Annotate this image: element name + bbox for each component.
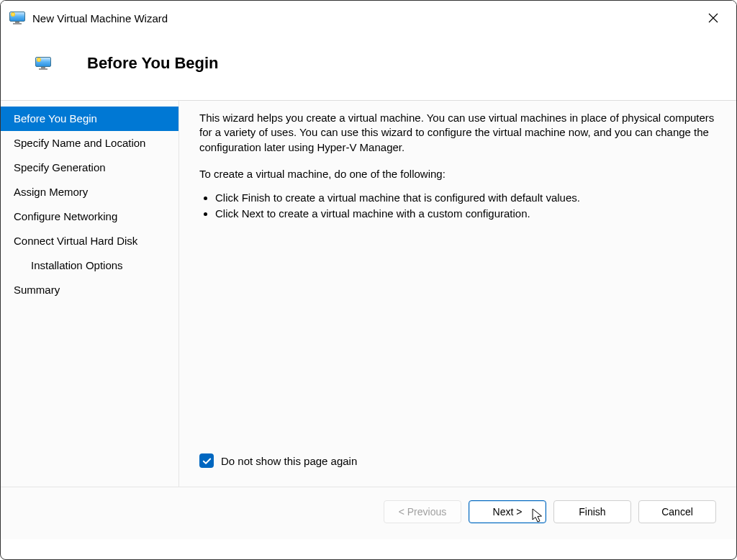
main-panel: This wizard helps you create a virtual m… [179,101,736,487]
previous-button: < Previous [384,500,461,523]
wizard-steps-sidebar: Before You BeginSpecify Name and Locatio… [1,101,179,487]
sidebar-item[interactable]: Specify Name and Location [1,131,178,155]
sidebar-item[interactable]: Installation Options [1,253,178,278]
wizard-button-bar: < Previous Next > Finish Cancel [1,487,736,539]
intro-text: This wizard helps you create a virtual m… [199,111,715,155]
cancel-button[interactable]: Cancel [638,500,716,523]
wizard-header-icon [35,57,51,70]
close-icon[interactable] [699,6,728,30]
instruction-lead: To create a virtual machine, do one of t… [199,168,715,180]
page-title: Before You Begin [87,54,219,73]
instruction-bullets: Click Finish to create a virtual machine… [199,190,715,222]
sidebar-item[interactable]: Specify Generation [1,155,178,180]
next-button[interactable]: Next > [469,500,546,523]
instruction-bullet: Click Next to create a virtual machine w… [215,206,715,222]
window-title: New Virtual Machine Wizard [32,12,168,24]
finish-button[interactable]: Finish [553,500,631,523]
content-area: Before You BeginSpecify Name and Locatio… [1,101,736,487]
do-not-show-checkbox[interactable] [199,453,214,468]
titlebar: New Virtual Machine Wizard [1,1,736,35]
app-icon [9,12,25,24]
do-not-show-label: Do not show this page again [221,455,357,467]
sidebar-item[interactable]: Before You Begin [1,107,178,131]
sidebar-item[interactable]: Assign Memory [1,180,178,204]
sidebar-item[interactable]: Summary [1,278,178,302]
sidebar-item[interactable]: Configure Networking [1,204,178,229]
do-not-show-row: Do not show this page again [199,453,715,468]
instruction-bullet: Click Finish to create a virtual machine… [215,190,715,207]
wizard-header: Before You Begin [1,35,736,100]
sidebar-item[interactable]: Connect Virtual Hard Disk [1,229,178,253]
